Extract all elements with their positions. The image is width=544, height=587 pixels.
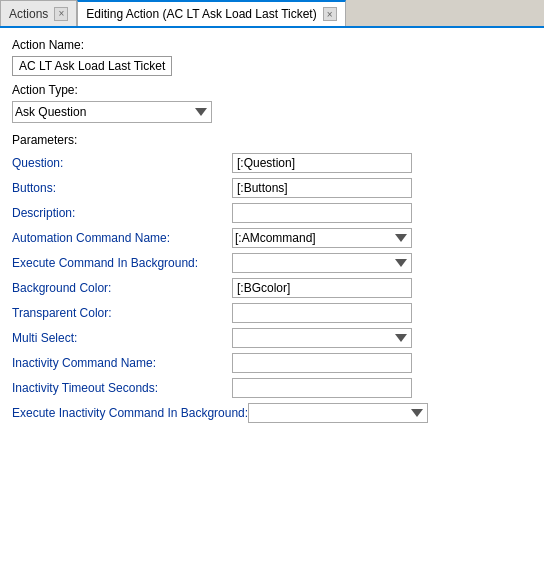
label-multi-select: Multi Select: [12,331,232,345]
action-name-label: Action Name: [12,38,532,52]
field-row-automation-command: Automation Command Name: [:AMcommand] [12,228,532,248]
tab-bar: Actions × Editing Action (AC LT Ask Load… [0,0,544,28]
tab-editing-action-label: Editing Action (AC LT Ask Load Last Tick… [86,7,316,21]
select-execute-bg[interactable] [232,253,412,273]
field-row-inactivity-command: Inactivity Command Name: [12,353,532,373]
label-inactivity-command: Inactivity Command Name: [12,356,232,370]
label-inactivity-timeout: Inactivity Timeout Seconds: [12,381,232,395]
action-name-group: Action Name: AC LT Ask Load Last Ticket [12,38,532,81]
tab-actions-label: Actions [9,7,48,21]
input-inactivity-timeout[interactable] [232,378,412,398]
label-transparent-color: Transparent Color: [12,306,232,320]
parameters-label: Parameters: [12,133,532,147]
field-row-bg-color: Background Color: [12,278,532,298]
label-bg-color: Background Color: [12,281,232,295]
input-buttons[interactable] [232,178,412,198]
label-question: Question: [12,156,232,170]
field-row-transparent-color: Transparent Color: [12,303,532,323]
form-content: Action Name: AC LT Ask Load Last Ticket … [0,28,544,587]
input-bg-color[interactable] [232,278,412,298]
action-name-value: AC LT Ask Load Last Ticket [12,56,172,76]
field-row-question: Question: [12,153,532,173]
field-row-multi-select: Multi Select: [12,328,532,348]
tab-actions[interactable]: Actions × [0,0,77,26]
label-automation-command: Automation Command Name: [12,231,232,245]
field-row-buttons: Buttons: [12,178,532,198]
action-type-select[interactable]: Ask Question [12,101,212,123]
input-transparent-color[interactable] [232,303,412,323]
input-question[interactable] [232,153,412,173]
input-description[interactable] [232,203,412,223]
label-inactivity-bg: Execute Inactivity Command In Background… [12,406,248,420]
label-execute-bg: Execute Command In Background: [12,256,232,270]
field-row-inactivity-timeout: Inactivity Timeout Seconds: [12,378,532,398]
tab-editing-action-close[interactable]: × [323,7,337,21]
field-row-execute-bg: Execute Command In Background: [12,253,532,273]
action-type-group: Action Type: Ask Question [12,83,532,129]
label-buttons: Buttons: [12,181,232,195]
select-automation-command[interactable]: [:AMcommand] [232,228,412,248]
tab-editing-action[interactable]: Editing Action (AC LT Ask Load Last Tick… [77,0,345,26]
field-row-description: Description: [12,203,532,223]
field-row-inactivity-bg: Execute Inactivity Command In Background… [12,403,532,423]
select-multi-select[interactable] [232,328,412,348]
select-inactivity-bg[interactable] [248,403,428,423]
input-inactivity-command[interactable] [232,353,412,373]
tab-actions-close[interactable]: × [54,7,68,21]
label-description: Description: [12,206,232,220]
action-type-label: Action Type: [12,83,532,97]
